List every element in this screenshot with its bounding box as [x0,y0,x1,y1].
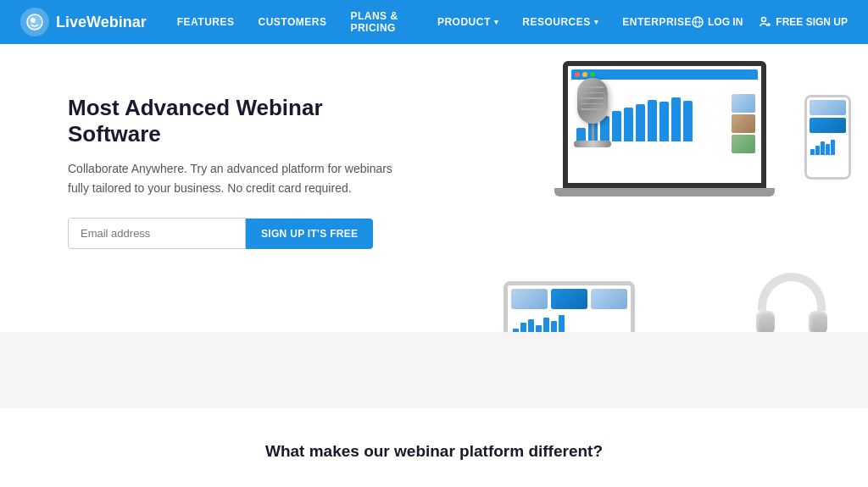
product-caret: ▾ [494,18,499,26]
tablet-cell-2 [551,289,587,309]
chart-bar [648,100,657,142]
microphone [563,78,622,180]
nav-resources[interactable]: RESOURCES ▾ [522,16,598,28]
chart-bar [612,111,621,141]
laptop-base [554,188,775,196]
chart-bar [671,97,681,141]
tablet-bar [559,315,565,332]
webcam-1 [732,94,755,113]
signup-button[interactable]: SIGN UP IT'S FREE [246,219,373,249]
phone-chart [810,136,846,156]
mic-line [581,86,604,88]
webcam-2 [732,114,755,133]
tablet-bar [520,323,526,332]
tablet-bar [513,329,519,332]
svg-point-1 [31,18,36,23]
mic-line [581,92,604,94]
mic-line [581,103,604,105]
login-label: LOG IN [708,16,743,28]
tablet-bar [528,319,534,332]
phone-bar [826,144,830,155]
features-section: What makes our webinar platform differen… [0,408,868,487]
tablet-bar [543,318,549,333]
hero-description: Collaborate Anywhere. Try an advanced pl… [68,159,407,197]
signup-link[interactable]: FREE SIGN UP [760,16,848,28]
phone-cell-1 [810,100,846,115]
minimize-dot [582,72,587,77]
nav-customers[interactable]: CUSTOMERS [258,16,326,28]
chart-bar [636,104,645,141]
nav-enterprise[interactable]: ENTERPRISE [622,16,692,28]
chart-bar [624,108,633,141]
laptop-screen-content [568,66,761,183]
phone-row-2 [810,118,846,133]
person-plus-icon [760,16,771,28]
login-link[interactable]: LOG IN [692,16,743,28]
hero-section: Most Advanced Webinar Software Collabora… [0,44,868,332]
hero-text: Most Advanced Webinar Software Collabora… [68,86,407,249]
nav-links: FEATURES CUSTOMERS PLANS & PRICING PRODU… [177,10,692,34]
mic-line [581,108,604,110]
mic-lines [581,86,604,110]
chart-bar [683,101,693,141]
phone-bar [810,149,815,155]
logo[interactable]: LiveWebinar [20,8,147,36]
logo-icon [20,8,49,36]
mic-line [581,97,604,99]
mic-base [574,141,611,147]
chart-bar [600,116,609,141]
nav-plans[interactable]: PLANS & PRICING [350,10,413,34]
laptop-chart [571,82,758,141]
phone-mockup [804,95,851,180]
hero-form: SIGN UP IT'S FREE [68,218,407,249]
signup-label: FREE SIGN UP [776,16,848,28]
hero-title: Most Advanced Webinar Software [68,95,407,147]
mic-head [577,78,608,124]
laptop-mockup [563,61,783,209]
chart-bar [588,120,598,141]
nav-product-label: PRODUCT [437,16,491,28]
hero-visuals [393,44,868,332]
svg-point-5 [762,18,766,22]
hp-ear-left [756,311,775,332]
features-title: What makes our webinar platform differen… [68,442,800,461]
laptop-topbar [571,69,758,80]
nav-right: LOG IN FREE SIGN UP [692,16,848,28]
resources-caret: ▾ [594,18,599,26]
tablet-cell-3 [591,289,627,309]
navbar: LiveWebinar FEATURES CUSTOMERS PLANS & P… [0,0,868,44]
phone-row-1 [810,100,846,115]
chart-bar [576,128,586,142]
chart-bar [659,102,669,141]
logo-text: LiveWebinar [56,14,147,31]
gray-divider [0,332,868,408]
phone-bar [815,146,820,155]
email-input[interactable] [68,218,246,249]
phone-cell-2 [810,118,846,133]
nav-product[interactable]: PRODUCT ▾ [437,16,498,28]
tablet-cell-1 [511,289,548,309]
laptop-screen [563,61,766,188]
webcam-grid [732,94,755,153]
hp-arc [758,273,826,311]
headphones [741,273,843,332]
phone-bar [821,141,825,155]
nav-features[interactable]: FEATURES [177,16,235,28]
tablet-mockup [504,281,635,332]
webcam-3 [732,135,755,153]
tablet-bar [551,321,557,332]
tablet-row [511,289,627,309]
tablet-bar [536,325,542,333]
expand-dot [590,72,595,77]
hp-ear-right [809,311,827,332]
phone-bar [831,140,835,155]
tablet-chart [511,313,627,332]
tablet-screen [508,285,631,332]
mic-stand [592,124,594,141]
globe-icon [692,16,704,28]
close-dot [575,72,580,77]
phone-screen [807,97,849,177]
nav-resources-label: RESOURCES [522,16,591,28]
